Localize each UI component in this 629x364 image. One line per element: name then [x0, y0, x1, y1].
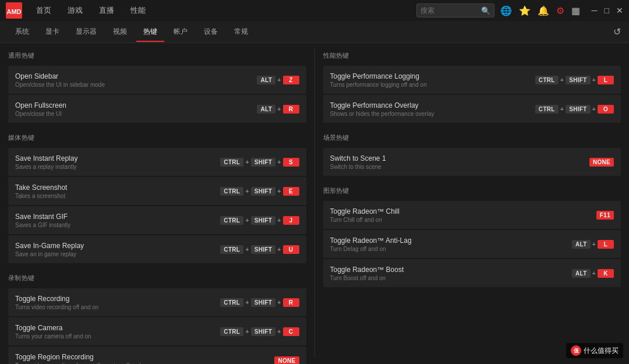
tab-video[interactable]: 视频	[106, 22, 134, 41]
hotkey-tpo-name: Toggle Performance Overlay	[330, 101, 434, 109]
key-ctrl: CTRL	[220, 216, 243, 225]
section-performance-title: 性能热键	[323, 51, 621, 60]
hotkey-toggle-antilag[interactable]: Toggle Radeon™ Anti-Lag Turn Delag off a…	[323, 230, 621, 258]
hotkey-igr-keys: CTRL + SHIFT + U	[220, 245, 299, 254]
hotkey-gif-keys: CTRL + SHIFT + J	[220, 216, 299, 225]
hotkey-save-instant-replay[interactable]: Save Instant Replay Saves a replay insta…	[8, 148, 306, 176]
hotkey-sir-name: Save Instant Replay	[15, 154, 77, 162]
key-e: E	[283, 187, 299, 196]
title-bar-right: 🔍 🌐 ⭐ 🔔 ⚙ ▦ ─ □ ✕	[416, 3, 623, 17]
key-alt: ALT	[572, 269, 591, 278]
hotkey-gif-name: Save Instant GIF	[15, 213, 70, 221]
hotkey-screenshot-name: Take Screenshot	[15, 183, 67, 192]
hotkey-screenshot-info: Take Screenshot Takes a screenshot	[15, 183, 67, 199]
section-general-title: 通用热键	[8, 51, 306, 60]
hotkey-al-info: Toggle Radeon™ Anti-Lag Turn Delag off a…	[330, 236, 412, 252]
hotkey-tpl-desc: Turns performance logging off and on	[330, 82, 427, 88]
hotkey-screenshot-keys: CTRL + SHIFT + E	[220, 187, 299, 196]
svg-text:AMD: AMD	[6, 8, 21, 15]
grid-icon[interactable]: ▦	[570, 4, 581, 17]
hotkey-toggle-perf-logging[interactable]: Toggle Performance Logging Turns perform…	[323, 66, 621, 94]
hotkey-sir-info: Save Instant Replay Saves a replay insta…	[15, 154, 77, 170]
search-box[interactable]: 🔍	[416, 3, 494, 17]
hotkey-open-sidebar-keys: ALT + Z	[257, 76, 299, 84]
hotkey-open-fullscreen-info: Open Fullscreen Open/close the UI	[15, 101, 66, 117]
key-r: R	[283, 105, 299, 114]
tab-system[interactable]: 系统	[8, 22, 36, 41]
key-z: Z	[283, 76, 299, 84]
tab-account[interactable]: 帐户	[167, 22, 195, 41]
hotkey-tpo-desc: Shows or hides the performance overlay	[330, 111, 434, 117]
reset-icon[interactable]: ↺	[613, 26, 621, 37]
key-ctrl: CTRL	[220, 245, 243, 254]
hotkey-trr-desc: Turns video recording of a specific regi…	[15, 362, 149, 365]
hotkey-screenshot[interactable]: Take Screenshot Takes a screenshot CTRL …	[8, 177, 306, 205]
hotkey-sir-desc: Saves a replay instantly	[15, 164, 77, 170]
bell-icon[interactable]: 🔔	[536, 4, 550, 17]
right-column: 性能热键 Toggle Performance Logging Turns pe…	[315, 43, 630, 364]
key-shift: SHIFT	[566, 105, 590, 114]
maximize-button[interactable]: □	[605, 6, 609, 15]
hotkey-tr-keys: CTRL + SHIFT + R	[220, 298, 299, 307]
main-content: 通用热键 Open Sidebar Open/close the UI in s…	[0, 43, 629, 364]
hotkey-boost-name: Toggle Radeon™ Boost	[330, 266, 404, 274]
hotkey-switch-scene1[interactable]: Switch to Scene 1 Switch to this scene N…	[323, 148, 621, 176]
key-l: L	[598, 76, 614, 84]
nav-performance[interactable]: 性能	[128, 3, 148, 18]
hotkey-open-fullscreen[interactable]: Open Fullscreen Open/close the UI ALT + …	[8, 95, 306, 123]
hotkey-toggle-perf-overlay[interactable]: Toggle Performance Overlay Shows or hide…	[323, 95, 621, 123]
hotkey-tpo-info: Toggle Performance Overlay Shows or hide…	[330, 101, 434, 117]
hotkey-toggle-camera[interactable]: Toggle Camera Turns your camera off and …	[8, 317, 306, 345]
tab-general[interactable]: 常规	[227, 22, 255, 41]
globe-icon[interactable]: 🌐	[499, 4, 513, 17]
hotkey-save-gif[interactable]: Save Instant GIF Saves a GIF instantly C…	[8, 206, 306, 234]
search-input[interactable]	[420, 6, 479, 15]
key-shift: SHIFT	[251, 298, 275, 307]
hotkey-trr-keys: NONE	[274, 356, 299, 365]
hotkey-toggle-region-recording[interactable]: Toggle Region Recording Turns video reco…	[8, 347, 306, 364]
key-o: O	[598, 105, 614, 114]
nav-games[interactable]: 游戏	[65, 3, 85, 18]
hotkey-chill-keys: F11	[596, 211, 614, 220]
key-s: S	[283, 158, 299, 167]
hotkey-open-sidebar-desc: Open/close the UI in sidebar mode	[15, 82, 105, 88]
hotkey-open-fullscreen-desc: Open/close the UI	[15, 111, 66, 117]
tab-gpu[interactable]: 显卡	[38, 22, 66, 41]
hotkey-al-keys: ALT + L	[572, 240, 614, 249]
hotkey-sir-keys: CTRL + SHIFT + S	[220, 158, 299, 167]
search-icon: 🔍	[481, 6, 490, 15]
minimize-button[interactable]: ─	[592, 6, 598, 15]
hotkey-toggle-chill[interactable]: Toggle Radeon™ Chill Turn Chill off and …	[323, 201, 621, 229]
key-shift: SHIFT	[251, 187, 275, 196]
hotkey-tpo-keys: CTRL + SHIFT + O	[535, 105, 614, 114]
hotkey-tr-desc: Turns video recording off and on	[15, 304, 98, 310]
hotkey-ss1-keys: NONE	[589, 158, 614, 167]
hotkey-toggle-recording[interactable]: Toggle Recording Turns video recording o…	[8, 288, 306, 316]
hotkey-ingame-replay[interactable]: Save In-Game Replay Save an in game repl…	[8, 235, 306, 263]
watermark: 值 什么值得买	[566, 343, 623, 358]
close-button[interactable]: ✕	[616, 6, 623, 15]
amd-logo: AMD	[6, 2, 22, 19]
key-l: L	[598, 240, 614, 249]
key-f11: F11	[596, 211, 614, 220]
hotkey-igr-desc: Save an in game replay	[15, 251, 84, 257]
star-icon[interactable]: ⭐	[518, 4, 532, 17]
key-shift: SHIFT	[251, 158, 275, 167]
hotkey-boost-info: Toggle Radeon™ Boost Turn Boost off and …	[330, 266, 404, 281]
hotkey-ss1-desc: Switch to this scene	[330, 164, 386, 170]
tab-devices[interactable]: 设备	[197, 22, 225, 41]
hotkey-toggle-boost[interactable]: Toggle Radeon™ Boost Turn Boost off and …	[323, 259, 621, 287]
sub-nav: 系统 显卡 显示器 视频 热键 帐户 设备 常规 ↺	[0, 21, 629, 43]
section-recording-title: 录制热键	[8, 274, 306, 282]
key-shift: SHIFT	[251, 245, 275, 254]
tab-display[interactable]: 显示器	[69, 22, 104, 41]
hotkey-ss1-info: Switch to Scene 1 Switch to this scene	[330, 154, 386, 170]
tab-hotkeys[interactable]: 热键	[136, 22, 164, 41]
title-bar: AMD 首页 游戏 直播 性能 🔍 🌐 ⭐ 🔔 ⚙ ▦ ─ □ ✕	[0, 0, 629, 21]
settings-icon[interactable]: ⚙	[555, 4, 566, 17]
nav-streaming[interactable]: 直播	[97, 3, 116, 18]
key-shift: SHIFT	[566, 76, 590, 84]
hotkey-open-sidebar[interactable]: Open Sidebar Open/close the UI in sideba…	[8, 66, 306, 94]
hotkey-trr-name: Toggle Region Recording	[15, 353, 149, 361]
nav-home[interactable]: 首页	[34, 3, 54, 18]
